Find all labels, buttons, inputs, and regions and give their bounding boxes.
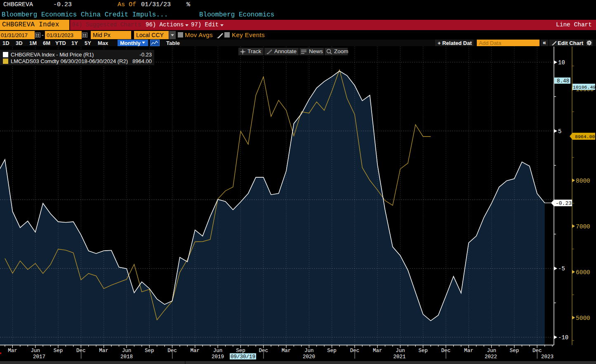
svg-text:Sep: Sep xyxy=(236,348,245,354)
svg-text:Sep: Sep xyxy=(54,348,63,354)
svg-text:Sep: Sep xyxy=(327,348,337,354)
svg-text:-0.23: -0.23 xyxy=(556,200,572,207)
svg-text:10106.49: 10106.49 xyxy=(573,85,596,90)
svg-text:09/30/19: 09/30/19 xyxy=(231,354,255,360)
svg-text:Mar: Mar xyxy=(8,348,17,354)
svg-text:7000: 7000 xyxy=(576,223,590,230)
svg-text:Mar: Mar xyxy=(373,348,382,354)
svg-text:-10: -10 xyxy=(558,334,568,341)
svg-text:Mar: Mar xyxy=(99,348,108,354)
svg-text:2021: 2021 xyxy=(393,354,405,360)
svg-text:2018: 2018 xyxy=(120,354,133,360)
svg-text:6000: 6000 xyxy=(576,269,590,276)
svg-text:Mar: Mar xyxy=(282,348,291,354)
svg-text:Mar: Mar xyxy=(191,348,200,354)
svg-text:2022: 2022 xyxy=(485,354,497,360)
svg-text:Jun: Jun xyxy=(31,348,40,354)
svg-text:Jun: Jun xyxy=(396,348,405,354)
svg-text:Sep: Sep xyxy=(419,348,428,354)
svg-text:5000: 5000 xyxy=(576,315,590,322)
svg-text:2020: 2020 xyxy=(303,354,315,360)
svg-text:2017: 2017 xyxy=(33,354,45,360)
svg-text:Sep: Sep xyxy=(510,348,519,354)
svg-text:2019: 2019 xyxy=(212,354,224,360)
svg-text:8964.00: 8964.00 xyxy=(575,134,595,139)
svg-text:Mar: Mar xyxy=(464,348,474,354)
svg-text:2023: 2023 xyxy=(541,354,554,360)
svg-text:Jun: Jun xyxy=(213,348,223,354)
svg-text:Sep: Sep xyxy=(145,348,154,354)
svg-text:8000: 8000 xyxy=(576,178,590,184)
svg-text:5: 5 xyxy=(558,128,561,135)
svg-text:8.48: 8.48 xyxy=(557,78,569,84)
svg-text:Jun: Jun xyxy=(122,348,132,354)
svg-text:-5: -5 xyxy=(558,265,565,272)
svg-text:10: 10 xyxy=(558,59,565,66)
svg-text:Jun: Jun xyxy=(304,348,314,354)
svg-text:Jun: Jun xyxy=(487,348,496,354)
